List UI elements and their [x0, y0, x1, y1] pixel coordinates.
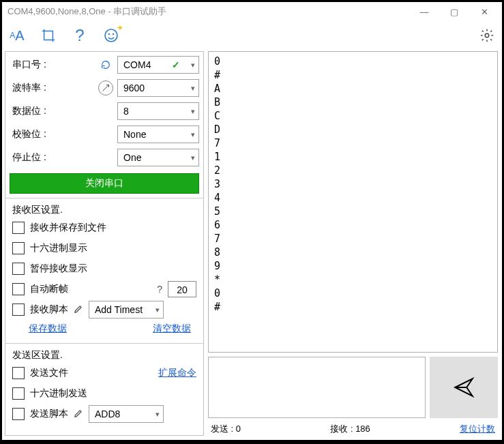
send-textarea[interactable] — [208, 357, 426, 418]
hex-send-label: 十六进制发送 — [30, 387, 87, 400]
tx-script-checkbox[interactable] — [12, 408, 25, 420]
tx-count-label: 发送 : 0 — [211, 423, 241, 435]
pause-display-label: 暂停接收显示 — [30, 263, 87, 275]
left-panel: 串口号 : COM4 ✓ ▾ 波特率 : — [5, 51, 204, 436]
hex-display-label: 十六进制显示 — [30, 242, 87, 254]
baud-select[interactable]: 9600 — [117, 79, 199, 97]
send-button[interactable] — [430, 357, 498, 418]
app-window: COM4,9600,None,8,One - 串口调试助手 — ▢ ✕ AA ?… — [2, 2, 502, 440]
help-icon[interactable]: ? — [70, 26, 89, 45]
settings-icon[interactable] — [477, 26, 496, 45]
svg-point-2 — [113, 34, 114, 35]
svg-point-1 — [109, 34, 110, 35]
close-button[interactable]: ✕ — [469, 2, 499, 21]
send-file-label: 发送文件 — [30, 367, 68, 379]
pause-display-checkbox[interactable] — [12, 263, 25, 275]
status-bar: 发送 : 0 接收 : 186 复位计数 — [208, 422, 498, 436]
auto-break-input[interactable]: 20 — [168, 281, 196, 297]
stopbits-select[interactable]: One — [117, 149, 199, 166]
save-data-link[interactable]: 保存数据 — [29, 323, 67, 335]
minimize-button[interactable]: — — [409, 2, 439, 21]
maximize-button[interactable]: ▢ — [439, 2, 469, 21]
databits-select[interactable]: 8 — [117, 102, 199, 120]
refresh-icon[interactable] — [98, 57, 113, 72]
rx-script-edit-icon[interactable] — [74, 304, 83, 316]
parity-select[interactable]: None — [117, 125, 199, 143]
baud-auto-icon[interactable] — [98, 80, 113, 95]
receive-textarea[interactable]: 0 # A B C D 7 1 2 3 4 5 6 7 8 9 * 0 # — [208, 51, 498, 353]
save-to-file-label: 接收并保存到文件 — [30, 222, 106, 234]
tx-script-select[interactable]: ADD8 — [89, 405, 164, 423]
main-area: 串口号 : COM4 ✓ ▾ 波特率 : — [2, 50, 502, 440]
rx-script-label: 接收脚本 — [30, 304, 68, 316]
svg-point-0 — [105, 29, 117, 42]
auto-break-label: 自动断帧 — [30, 283, 68, 295]
serial-config: 串口号 : COM4 ✓ ▾ 波特率 : — [5, 52, 203, 171]
tx-script-edit-icon[interactable] — [74, 409, 83, 420]
divider — [5, 343, 203, 344]
rx-script-checkbox[interactable] — [12, 304, 25, 316]
send-file-checkbox[interactable] — [12, 367, 25, 379]
baud-label: 波特率 : — [12, 82, 94, 94]
port-label: 串口号 : — [12, 59, 94, 71]
send-row — [208, 357, 498, 418]
close-port-button[interactable]: 关闭串口 — [10, 173, 199, 194]
rx-script-select[interactable]: Add Timest — [89, 301, 164, 319]
reset-count-link[interactable]: 复位计数 — [460, 423, 495, 435]
tx-settings-header: 发送区设置. — [5, 345, 203, 363]
databits-label: 数据位 : — [12, 105, 113, 117]
stopbits-label: 停止位 : — [12, 151, 113, 164]
window-title: COM4,9600,None,8,One - 串口调试助手 — [8, 5, 409, 18]
rx-settings-header: 接收区设置. — [5, 200, 203, 218]
svg-point-3 — [485, 33, 489, 38]
parity-label: 校验位 : — [12, 128, 113, 140]
right-panel: 0 # A B C D 7 1 2 3 4 5 6 7 8 9 * 0 # 发送… — [208, 51, 498, 436]
auto-break-help-icon[interactable]: ? — [157, 284, 162, 295]
titlebar: COM4,9600,None,8,One - 串口调试助手 — ▢ ✕ — [2, 2, 502, 21]
toolbar: AA ? ✦ — [2, 21, 502, 50]
clear-data-link[interactable]: 清空数据 — [153, 323, 191, 335]
divider — [5, 198, 203, 198]
save-to-file-checkbox[interactable] — [12, 222, 25, 234]
smile-icon[interactable]: ✦ — [102, 26, 121, 45]
port-ok-icon: ✓ — [172, 59, 180, 70]
auto-break-checkbox[interactable] — [12, 283, 25, 295]
port-select[interactable]: COM4 — [117, 56, 199, 74]
hex-display-checkbox[interactable] — [12, 242, 25, 254]
rx-count-label: 接收 : 186 — [330, 423, 370, 435]
font-icon[interactable]: AA — [8, 26, 27, 45]
crop-icon[interactable] — [39, 26, 58, 45]
hex-send-checkbox[interactable] — [12, 387, 25, 400]
tx-script-label: 发送脚本 — [30, 408, 68, 420]
ext-cmd-link[interactable]: 扩展命令 — [158, 367, 196, 379]
